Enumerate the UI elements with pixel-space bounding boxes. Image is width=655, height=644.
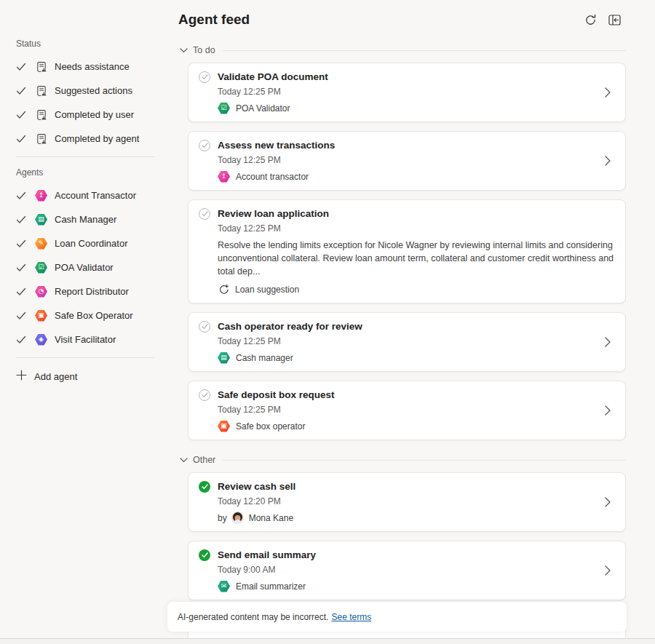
suggestion-sparkle-icon: [218, 284, 229, 295]
sidebar-item-cash-manager[interactable]: ▤ Cash Manager: [16, 207, 167, 231]
section-rule: [223, 460, 626, 461]
chevron-down-icon: [180, 458, 188, 463]
card-title: Send email summary: [218, 549, 316, 561]
card-time: Today 12:25 PM: [218, 336, 615, 346]
loan-coordinator-icon: ✎: [35, 238, 47, 250]
sidebar-item-suggested-actions[interactable]: Suggested actions: [16, 79, 167, 103]
feed-card-validate-poa-document[interactable]: Validate POA document Today 12:25 PM ☑ P…: [188, 63, 626, 122]
check-icon: [16, 287, 26, 296]
sidebar-item-completed-by-agent[interactable]: Completed by agent: [16, 127, 167, 151]
card-description: Resolve the lending limits exception for…: [218, 239, 614, 278]
completed-check-icon: [199, 481, 210, 493]
chevron-right-icon[interactable]: [605, 156, 611, 166]
sidebar-item-safe-box-operator[interactable]: ▣ Safe Box Operator: [16, 303, 167, 327]
filter-sidebar: Status Needs assistance Suggested action…: [0, 0, 167, 644]
section-label: To do: [193, 45, 215, 55]
todo-circle-icon: [199, 71, 210, 83]
check-icon: [16, 191, 26, 200]
agent-badge: ▣ Safe box operator: [218, 420, 615, 432]
chevron-right-icon[interactable]: [605, 337, 611, 347]
card-time: Today 12:25 PM: [218, 87, 615, 97]
window-bottom-edge: [0, 638, 655, 644]
sidebar-item-poa-validator[interactable]: ☑ POA Validator: [16, 255, 167, 279]
agent-badge: ☑ POA Validator: [218, 102, 615, 114]
close-panel-button[interactable]: [607, 12, 622, 27]
feed-card-send-email-summary[interactable]: Send email summary Today 9:00 AM ✉ Email…: [188, 541, 626, 600]
chevron-right-icon[interactable]: [605, 405, 611, 416]
feed-card-safe-deposit-box-request[interactable]: Safe deposit box request Today 12:25 PM …: [188, 381, 626, 440]
chevron-right-icon[interactable]: [605, 497, 611, 507]
see-terms-link[interactable]: See terms: [331, 612, 371, 622]
card-title: Validate POA document: [218, 71, 328, 83]
check-icon: [16, 335, 26, 344]
completed-check-icon: [199, 549, 210, 561]
section-header-todo[interactable]: To do: [180, 45, 626, 55]
check-icon: [16, 239, 26, 248]
sidebar-divider: [16, 156, 155, 157]
sidebar-item-label: Report Distributor: [55, 286, 129, 297]
sidebar-item-needs-assistance[interactable]: Needs assistance: [16, 55, 167, 79]
task-warning-icon: [35, 61, 47, 73]
sidebar-item-account-transactor[interactable]: ↥ Account Transactor: [16, 183, 167, 207]
chevron-down-icon: [180, 48, 188, 53]
sidebar-item-label: Completed by agent: [55, 133, 139, 144]
card-time: Today 12:25 PM: [218, 223, 615, 234]
todo-circle-icon: [199, 321, 210, 333]
plus-icon: [16, 370, 27, 383]
sidebar-divider: [16, 357, 155, 358]
page-title: Agent feed: [178, 12, 250, 28]
feed-card-assess-new-transactions[interactable]: Assess new transactions Today 12:25 PM ↥…: [188, 131, 626, 191]
sidebar-item-visit-facilitator[interactable]: ◈ Visit Facilitator: [16, 327, 167, 351]
section-header-other[interactable]: Other: [180, 455, 626, 465]
sidebar-item-label: Cash Manager: [55, 214, 116, 225]
suggestion-badge-label: Loan suggestion: [235, 285, 299, 295]
card-title: Cash operator ready for review: [218, 320, 362, 333]
ai-disclaimer-bar: AI-generated content may be incorrect. S…: [167, 602, 627, 632]
feed-card-cash-operator-ready-for-review[interactable]: Cash operator ready for review Today 12:…: [188, 312, 626, 372]
poa-validator-icon: ☑: [218, 103, 230, 114]
refresh-button[interactable]: [583, 12, 598, 27]
card-title: Review loan application: [218, 207, 329, 220]
cash-manager-icon: ▤: [35, 214, 47, 226]
check-icon: [16, 63, 26, 71]
agent-badge: ✉ Email summarizer: [218, 580, 615, 592]
cash-manager-icon: ▤: [218, 352, 230, 364]
chevron-right-icon[interactable]: [605, 87, 611, 98]
agents-section-label: Agents: [16, 167, 167, 178]
check-icon: [16, 311, 26, 320]
email-summarizer-icon: ✉: [218, 581, 230, 592]
card-time: Today 9:00 AM: [218, 565, 615, 575]
chevron-right-icon[interactable]: [605, 565, 611, 576]
sidebar-item-label: Completed by user: [55, 109, 134, 120]
poa-validator-icon: ☑: [35, 262, 47, 274]
status-section-label: Status: [16, 39, 167, 49]
todo-circle-icon: [199, 389, 210, 401]
check-icon: [16, 215, 26, 224]
card-title: Assess new transactions: [218, 139, 335, 151]
agent-feed-panel: Agent feed To do Validate POA document T…: [178, 0, 626, 644]
card-time: Today 12:25 PM: [218, 155, 615, 165]
sidebar-item-report-distributor[interactable]: ◔ Report Distributor: [16, 279, 167, 303]
card-title: Review cash sell: [218, 480, 295, 493]
check-icon: [16, 135, 26, 143]
sidebar-item-completed-by-user[interactable]: Completed by user: [16, 103, 167, 127]
sidebar-item-label: Loan Coordinator: [55, 238, 127, 249]
check-icon: [16, 87, 26, 95]
card-title: Safe deposit box request: [218, 389, 335, 401]
feed-card-review-cash-sell[interactable]: Review cash sell Today 12:20 PM by Mona …: [188, 472, 626, 532]
sidebar-item-label: POA Validator: [55, 262, 114, 273]
safe-box-operator-icon: ▣: [35, 310, 47, 322]
sidebar-item-label: Suggested actions: [55, 85, 132, 96]
add-agent-button[interactable]: Add agent: [16, 365, 167, 387]
agent-badge: ▤ Cash manager: [218, 351, 615, 364]
agent-badge: ↥ Account transactor: [218, 170, 615, 183]
report-distributor-icon: ◔: [35, 286, 47, 298]
sidebar-item-loan-coordinator[interactable]: ✎ Loan Coordinator: [16, 231, 167, 255]
check-icon: [16, 111, 26, 119]
feed-card-review-loan-application[interactable]: Review loan application Today 12:25 PM R…: [188, 199, 626, 303]
sidebar-item-label: Needs assistance: [55, 61, 130, 72]
card-time: Today 12:25 PM: [218, 405, 615, 415]
agent-badge-label: Account transactor: [236, 172, 309, 182]
section-label: Other: [193, 455, 215, 465]
safe-box-operator-icon: ▣: [218, 421, 230, 432]
